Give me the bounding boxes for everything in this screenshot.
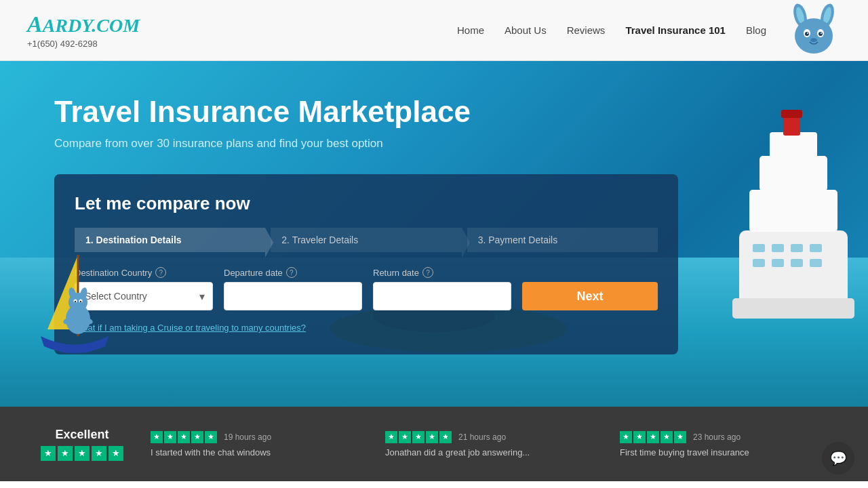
svg-rect-21 [810,259,822,267]
logo-area: AARDY.COM +1(650) 492-6298 [27,12,140,49]
r1-star1: ★ [151,431,163,443]
svg-point-35 [75,301,76,302]
svg-rect-16 [791,244,803,252]
svg-rect-17 [810,244,822,252]
review-1-text: I started with the chat windows [151,447,358,458]
page-header: AARDY.COM +1(650) 492-6298 Home About Us… [0,0,868,61]
svg-rect-14 [753,244,765,252]
departure-field-group: Departure date ? [224,267,362,310]
r3-star5: ★ [674,431,686,443]
r1-star2: ★ [164,431,176,443]
svg-rect-13 [732,298,854,319]
return-date-input[interactable] [373,282,511,310]
r1-star5: ★ [205,431,217,443]
r3-star1: ★ [620,431,632,443]
review-2-header: ★ ★ ★ ★ ★ 21 hours ago [385,431,593,443]
svg-rect-15 [772,244,784,252]
form-fields: Destination Country ? Select Country ▾ D… [75,267,658,310]
phone-number: +1(650) 492-6298 [27,39,140,49]
svg-point-9 [807,33,808,34]
step-3-label: 3. Payment Details [478,235,558,245]
svg-point-8 [818,32,823,36]
next-button[interactable]: Next [522,282,658,310]
nav-about[interactable]: About Us [505,24,547,36]
return-field-group: Return date ? [373,267,511,310]
kangaroo-scene [37,248,112,373]
review-2-text: Jonathan did a great job answering... [385,447,593,458]
nav-home[interactable]: Home [457,24,484,36]
svg-point-36 [80,301,81,302]
svg-point-11 [810,38,817,42]
chat-button[interactable]: 💬 [822,442,854,474]
r1-star4: ★ [191,431,203,443]
steps-indicator: 1. Destination Details 2. Traveler Detai… [75,228,658,252]
mascot-icon [787,3,841,58]
svg-point-7 [805,32,809,36]
reviews-bar: Excellent ★ ★ ★ ★ ★ ★ ★ ★ ★ ★ 19 hours a… [0,407,868,481]
nav-reviews[interactable]: Reviews [567,24,606,36]
r2-star5: ★ [439,431,452,443]
excellent-section: Excellent ★ ★ ★ ★ ★ [41,428,123,461]
r3-star2: ★ [633,431,646,443]
quote-form-card: Let me compare now 1. Destination Detail… [54,174,678,354]
review-2: ★ ★ ★ ★ ★ 21 hours ago Jonathan did a gr… [385,431,593,458]
main-nav: Home About Us Reviews Travel Insurance 1… [457,24,766,36]
departure-date-input[interactable] [224,282,362,310]
hero-title: Travel Insurance Marketplace [54,95,814,129]
star-2: ★ [58,446,73,461]
review-3-time: 23 hours ago [693,432,741,442]
step-1-label: 1. Destination Details [85,235,182,245]
destination-help-icon[interactable]: ? [155,267,166,278]
star-5: ★ [108,446,123,461]
nav-blog[interactable]: Blog [746,24,766,36]
svg-rect-20 [791,259,803,267]
review-1-time: 19 hours ago [224,432,271,442]
svg-rect-19 [772,259,784,267]
svg-point-4 [795,18,833,54]
step-3-payment: 3. Payment Details [467,228,658,252]
step-2-traveler: 2. Traveler Details [271,228,461,252]
svg-rect-18 [753,259,765,267]
excellent-stars: ★ ★ ★ ★ ★ [41,446,123,461]
review-3-header: ★ ★ ★ ★ ★ 23 hours ago [620,431,827,443]
departure-help-icon[interactable]: ? [286,267,297,278]
form-title: Let me compare now [75,193,658,214]
star-3: ★ [75,446,90,461]
chat-icon: 💬 [830,450,847,466]
review-1: ★ ★ ★ ★ ★ 19 hours ago I started with th… [151,431,358,458]
svg-rect-22 [749,190,837,232]
review-2-time: 21 hours ago [458,432,506,442]
return-help-icon[interactable]: ? [422,267,433,278]
r2-star2: ★ [399,431,411,443]
review-1-header: ★ ★ ★ ★ ★ 19 hours ago [151,431,358,443]
hero-section: Travel Insurance Marketplace Compare fro… [0,61,868,407]
step-2-label: 2. Traveler Details [281,235,358,245]
r2-star1: ★ [385,431,397,443]
r3-star4: ★ [660,431,673,443]
r2-star4: ★ [426,431,438,443]
r3-star3: ★ [647,431,659,443]
r1-star3: ★ [178,431,190,443]
r2-star3: ★ [412,431,425,443]
review-2-stars: ★ ★ ★ ★ ★ [385,431,452,443]
review-3: ★ ★ ★ ★ ★ 23 hours ago First time buying… [620,431,827,458]
ship-illustration [712,95,868,369]
nav-travel-insurance[interactable]: Travel Insurance 101 [625,24,726,36]
hero-subtitle: Compare from over 30 insurance plans and… [54,137,814,150]
svg-point-10 [821,33,822,34]
logo: AARDY.COM [27,12,140,37]
review-3-stars: ★ ★ ★ ★ ★ [620,431,686,443]
svg-rect-23 [760,156,827,191]
cruise-link[interactable]: What if I am taking a Cruise or travelin… [75,323,658,333]
excellent-label: Excellent [55,428,108,442]
review-1-stars: ★ ★ ★ ★ ★ [151,431,217,443]
star-1: ★ [41,446,56,461]
departure-label: Departure date ? [224,267,362,278]
star-4: ★ [92,446,106,461]
return-label: Return date ? [373,267,511,278]
review-3-text: First time buying travel insurance [620,447,827,458]
